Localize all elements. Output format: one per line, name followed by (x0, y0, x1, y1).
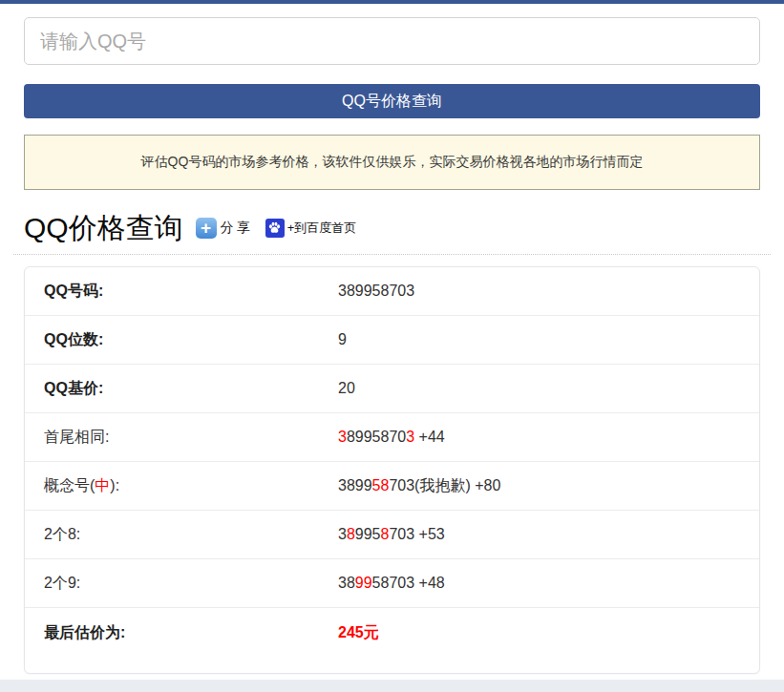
add-to-baidu-label: +到百度首页 (287, 220, 357, 237)
result-value: 389958703(我抱歉) +80 (338, 476, 500, 496)
result-value: 389958703 (338, 283, 414, 300)
plus-share-icon[interactable]: + (196, 218, 217, 239)
result-label: QQ号码: (44, 282, 338, 302)
share-label: 分享 (221, 220, 253, 237)
result-row-final-estimate: 最后估价为: 245元 (25, 608, 759, 673)
result-label: 首尾相同: (44, 428, 338, 448)
result-row-two-8s: 2个8: 389958703 +53 (25, 511, 759, 559)
result-value: 20 (338, 380, 355, 397)
result-label: 概念号(中): (44, 476, 338, 496)
result-row-same-first-last: 首尾相同: 389958703 +44 (25, 413, 759, 462)
disclaimer-notice: 评估QQ号码的市场参考价格，该软件仅供娱乐，实际交易价格视各地的市场行情而定 (24, 135, 760, 190)
share-button[interactable]: + 分享 (196, 218, 253, 239)
result-value: 9 (338, 331, 347, 348)
qq-number-input[interactable] (24, 17, 760, 65)
result-row-digit-count: QQ位数: 9 (25, 316, 759, 365)
result-row-two-9s: 2个9: 389958703 +48 (25, 559, 759, 608)
result-row-qq-number: QQ号码: 389958703 (25, 267, 759, 316)
main-container: QQ号价格查询 评估QQ号码的市场参考价格，该软件仅供娱乐，实际交易价格视各地的… (24, 17, 760, 674)
top-accent-bar (0, 0, 784, 4)
result-label: QQ基价: (44, 379, 338, 399)
result-value: 389958703 +53 (338, 526, 445, 543)
result-row-concept-number: 概念号(中): 389958703(我抱歉) +80 (25, 462, 759, 511)
dotted-divider (13, 254, 771, 255)
price-query-button[interactable]: QQ号价格查询 (24, 84, 760, 118)
result-label: 最后估价为: (44, 623, 338, 643)
result-row-base-price: QQ基价: 20 (25, 365, 759, 413)
baidu-paw-icon[interactable] (265, 219, 285, 238)
heading-row: QQ价格查询 + 分享 +到百度首页 (24, 212, 760, 243)
result-label: 2个9: (44, 574, 338, 594)
result-label: 2个8: (44, 525, 338, 545)
footer-bar (0, 680, 784, 692)
add-to-baidu-button[interactable]: +到百度首页 (265, 219, 357, 238)
result-label: QQ位数: (44, 330, 338, 350)
result-value: 389958703 +48 (338, 575, 445, 592)
page-title: QQ价格查询 (24, 212, 183, 243)
result-value: 389958703 +44 (338, 429, 445, 446)
result-value: 245元 (338, 623, 379, 643)
disclaimer-text: 评估QQ号码的市场参考价格，该软件仅供娱乐，实际交易价格视各地的市场行情而定 (141, 154, 644, 171)
results-card: QQ号码: 389958703 QQ位数: 9 QQ基价: 20 首尾相同: 3… (24, 266, 760, 674)
